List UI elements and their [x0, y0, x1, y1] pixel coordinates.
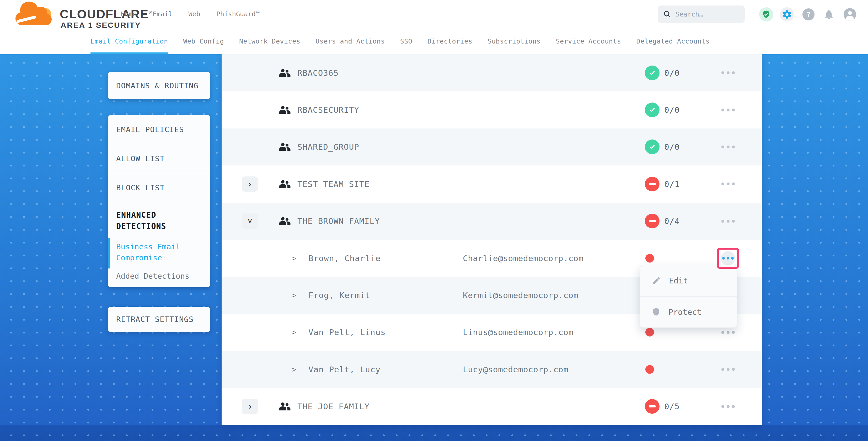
group-name: RBACSECURITY	[298, 105, 359, 115]
table-row: RBACSECURITY 0/0	[222, 91, 762, 128]
search-input[interactable]	[675, 10, 736, 18]
row-menu-button[interactable]	[721, 399, 735, 413]
table-row: SHARED_GROUP 0/0	[222, 128, 762, 165]
expander-button[interactable]: ›	[242, 399, 258, 414]
settings-button[interactable]	[780, 7, 794, 22]
top-header: CLOUDFLARE® AREA 1 SECURITY Home Email W…	[0, 0, 868, 28]
context-menu: Edit Protect	[640, 265, 737, 328]
sidebar-label: RETRACT SETTINGS	[116, 315, 193, 324]
sidebar-policies-card: EMAIL POLICIES ALLOW LIST BLOCK LIST ENH…	[108, 115, 210, 287]
status-count: 0/0	[664, 142, 680, 152]
nav-item-web[interactable]: Web	[188, 10, 200, 18]
table-row: RBACO365 0/0	[222, 54, 762, 91]
row-menu-button[interactable]	[721, 363, 735, 377]
chevron-icon: ›	[247, 401, 252, 412]
member-name: Frog, Kermit	[308, 290, 370, 300]
tab-directories[interactable]: Directories	[428, 28, 472, 54]
help-icon: ?	[806, 10, 811, 19]
check-icon	[648, 143, 656, 151]
group-name: SHARED_GROUP	[298, 142, 359, 152]
member-name: Brown, Charlie	[308, 254, 380, 263]
status-badge	[645, 102, 659, 117]
group-icon	[279, 179, 291, 189]
shield-icon	[652, 307, 660, 317]
group-icon	[279, 142, 291, 152]
member-email: Lucy@somedemocorp.com	[463, 365, 568, 374]
row-menu-button[interactable]	[721, 140, 735, 154]
expander-button[interactable]: ˅	[242, 213, 258, 229]
check-icon	[648, 106, 656, 114]
status-badge	[645, 139, 659, 154]
tab-web-config[interactable]: Web Config	[183, 28, 224, 54]
nav-item-email[interactable]: Email	[153, 10, 172, 18]
expander-button[interactable]: ›	[242, 177, 258, 192]
search-box[interactable]	[658, 5, 745, 23]
sidebar-item-added-detections[interactable]: Added Detections	[108, 272, 210, 281]
row-menu-button[interactable]	[721, 214, 735, 228]
row-menu-button[interactable]	[721, 103, 735, 117]
menu-item-edit[interactable]: Edit	[640, 265, 737, 296]
tab-sso[interactable]: SSO	[400, 28, 412, 54]
user-icon	[844, 8, 856, 21]
sidebar-item-business-email-compromise[interactable]: Business Email Compromise	[108, 241, 210, 263]
tab-service-accounts[interactable]: Service Accounts	[556, 28, 621, 54]
help-button[interactable]: ?	[802, 8, 814, 21]
member-name: Van Pelt, Lucy	[308, 365, 380, 374]
chevron-icon: ˅	[247, 216, 252, 226]
primary-nav: Home Email Web PhishGuard™	[121, 0, 259, 28]
sidebar-label: DOMAINS & ROUTING	[116, 81, 198, 90]
sidebar-item-retract-settings[interactable]: RETRACT SETTINGS	[108, 307, 210, 332]
member-caret-icon: >	[292, 291, 296, 300]
search-icon	[663, 10, 671, 18]
status-dot	[645, 365, 654, 374]
member-email: Kermit@somedemocorp.com	[463, 290, 579, 300]
group-icon	[279, 105, 291, 115]
group-name: THE BROWN FAMILY	[298, 216, 380, 226]
table-row: > Van Pelt, Lucy Lucy@somedemocorp.com	[222, 351, 762, 388]
member-name: Van Pelt, Linus	[308, 327, 386, 337]
sidebar-item-domains-routing[interactable]: DOMAINS & ROUTING	[108, 72, 210, 99]
tab-users-and-actions[interactable]: Users and Actions	[315, 28, 385, 54]
member-caret-icon: >	[292, 328, 296, 337]
directory-table: RBACO365 0/0 RBACSECURITY 0/0	[222, 54, 762, 425]
tabs: Email ConfigurationWeb ConfigNetwork Dev…	[90, 28, 710, 54]
member-email: Linus@somedemocorp.com	[463, 327, 574, 337]
tab-subscriptions[interactable]: Subscriptions	[488, 28, 540, 54]
table-row: › TEST TEAM SITE 0/1	[222, 165, 762, 202]
group-name: THE JOE FAMILY	[298, 402, 370, 411]
tab-delegated-accounts[interactable]: Delegated Accounts	[636, 28, 710, 54]
page: CLOUDFLARE® AREA 1 SECURITY Home Email W…	[0, 0, 868, 441]
security-status-button[interactable]	[759, 7, 773, 22]
pencil-icon	[652, 276, 661, 285]
shield-check-icon	[762, 10, 770, 19]
gear-icon	[782, 9, 792, 20]
member-caret-icon: >	[292, 365, 296, 374]
menu-item-protect[interactable]: Protect	[640, 296, 737, 327]
user-avatar[interactable]	[844, 8, 856, 21]
nav-item-phishguard[interactable]: PhishGuard™	[216, 10, 260, 18]
menu-item-label: Protect	[669, 308, 702, 317]
status-count: 0/4	[664, 216, 680, 226]
tab-email-configuration[interactable]: Email Configuration	[90, 28, 168, 54]
status-count: 0/0	[664, 68, 680, 77]
secondary-nav: Email ConfigurationWeb ConfigNetwork Dev…	[0, 28, 868, 54]
row-menu-button[interactable]	[721, 177, 735, 191]
status-count: 0/1	[664, 179, 680, 189]
group-icon	[279, 68, 291, 78]
nav-item-home[interactable]: Home	[121, 10, 136, 18]
menu-item-label: Edit	[669, 276, 688, 285]
status-badge	[645, 66, 659, 80]
bell-icon	[824, 9, 834, 20]
row-menu-button[interactable]	[721, 251, 735, 265]
status-dot	[645, 328, 654, 337]
sidebar-item-email-policies[interactable]: EMAIL POLICIES	[108, 115, 210, 144]
sidebar-item-block-list[interactable]: BLOCK LIST	[108, 173, 210, 202]
group-name: RBACO365	[298, 68, 339, 77]
tab-network-devices[interactable]: Network Devices	[239, 28, 300, 54]
notifications-button[interactable]	[823, 8, 835, 21]
status-count: 0/0	[664, 105, 680, 115]
row-menu-button[interactable]	[721, 66, 735, 80]
sidebar-item-allow-list[interactable]: ALLOW LIST	[108, 144, 210, 173]
sidebar-section-enhanced-detections: ENHANCED DETECTIONS	[108, 202, 210, 232]
table-row: ˅ THE BROWN FAMILY 0/4	[222, 203, 762, 240]
